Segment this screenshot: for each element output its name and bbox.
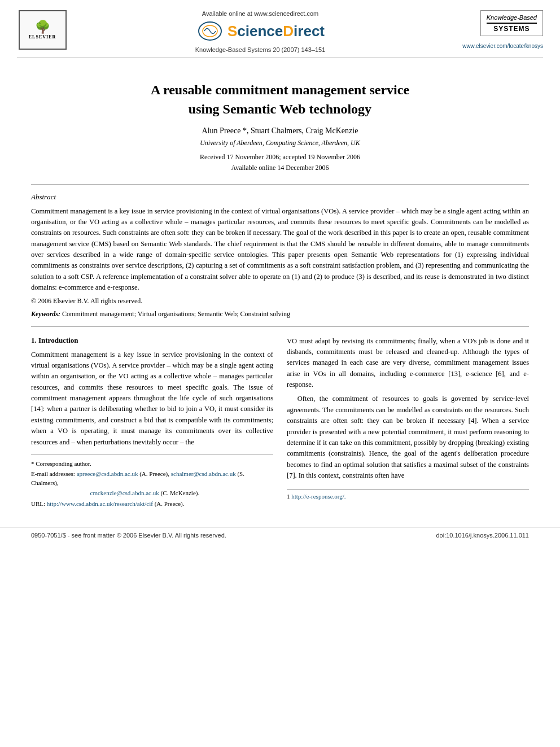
section1-body-left: Commitment management is a key issue in … [31,350,273,448]
email-label: E-mail addresses: [31,470,75,477]
section1-heading: 1. Introduction [31,336,273,345]
journal-brand-subtitle: SYSTEMS [487,23,537,33]
footnote1-num: 1 [287,493,290,500]
right-col-footnote: 1 http://e-response.org/. [287,489,529,500]
url-link[interactable]: http://www.csd.abdn.ac.uk/research/akt/c… [47,500,153,507]
keywords-line: Keywords: Commitment management; Virtual… [31,310,529,318]
keywords-label: Keywords: [31,310,60,318]
available-date: Available online 14 December 2006 [231,164,329,172]
affiliation: University of Aberdeen, Computing Scienc… [31,139,529,147]
abstract-heading: Abstract [31,193,529,202]
journal-website: www.elsevier.com/locate/knosys [462,43,543,49]
section1-number: 1. [31,336,38,344]
email2-link[interactable]: schalmer@csd.abdn.ac.uk [171,470,236,477]
section1-body-right: VO must adapt by revising its commitment… [287,336,529,482]
sciencedirect-logo: ScienceDirect [196,20,325,42]
footer-issn: 0950-7051/$ - see front matter © 2006 El… [31,532,226,539]
section1-para2: Often, the commitment of resources to go… [287,394,529,481]
abstract-section: Abstract Commitment management is a key … [31,193,529,318]
title-line1: A reusable commitment management service [151,82,409,97]
page: 🌳 ELSEVIER Available online at www.scien… [0,0,560,747]
available-online-text: Available online at www.sciencedirect.co… [202,10,318,17]
abstract-text: Commitment management is a key issue in … [31,206,529,294]
authors: Alun Preece *, Stuart Chalmers, Craig Mc… [31,126,529,136]
title-line2: using Semantic Web technology [189,102,371,116]
abstract-divider-top [31,184,529,185]
sd-icon [196,20,224,42]
email1-name: (A. Preece), [139,470,169,477]
two-column-layout: 1. Introduction Commitment management is… [31,336,529,510]
received-date: Received 17 November 2006; accepted 19 N… [200,153,360,161]
journal-brand-box: Knowledge-Based SYSTEMS [480,10,543,36]
journal-brand-title: Knowledge-Based [487,14,537,21]
center-header: Available online at www.sciencedirect.co… [79,10,441,53]
dates: Received 17 November 2006; accepted 19 N… [31,152,529,173]
email3-name: (C. McKenzie). [160,490,199,496]
footnote-emails: E-mail addresses: apreece@csd.abdn.ac.uk… [31,470,273,487]
right-header: Knowledge-Based SYSTEMS www.elsevier.com… [453,10,543,49]
header: 🌳 ELSEVIER Available online at www.scien… [0,0,560,58]
keywords-values: Commitment management; Virtual organisat… [62,310,290,318]
elsevier-label: ELSEVIER [29,34,56,40]
left-column: 1. Introduction Commitment management is… [31,336,273,510]
bottom-footer: 0950-7051/$ - see front matter © 2006 El… [0,527,560,543]
footnote-url: URL: http://www.csd.abdn.ac.uk/research/… [31,500,273,508]
email1-link[interactable]: apreece@csd.abdn.ac.uk [77,470,138,477]
journal-info-center: Knowledge-Based Systems 20 (2007) 143–15… [195,46,326,53]
sd-svg-icon [196,20,224,42]
section1-para-continued: VO must adapt by revising its commitment… [287,336,529,391]
article-title: A reusable commitment management service… [31,81,529,119]
elsevier-tree-icon: 🌳 [35,21,50,33]
url-name: (A. Preece). [155,500,185,507]
right-column: VO must adapt by revising its commitment… [287,336,529,510]
corresponding-label: * Corresponding author. [31,460,91,467]
email3-spacer [31,490,89,496]
content-divider [31,326,529,327]
sciencedirect-text: ScienceDirect [228,23,325,40]
elsevier-logo-box: 🌳 ELSEVIER [19,10,67,50]
footer-doi: doi:10.1016/j.knosys.2006.11.011 [436,532,529,539]
left-footnotes: * Corresponding author. E-mail addresses… [31,455,273,508]
footnote1-url[interactable]: http://e-response.org/. [291,493,345,500]
url-label: URL: [31,500,45,507]
footnote-email3: cmckenzie@csd.abdn.ac.uk (C. McKenzie). [31,489,273,497]
copyright-line: © 2006 Elsevier B.V. All rights reserved… [31,297,529,305]
section1-title: Introduction [38,336,78,344]
section1-para1: Commitment management is a key issue in … [31,350,273,448]
footnote-corresponding: * Corresponding author. [31,460,273,468]
elsevier-logo: 🌳 ELSEVIER [17,10,68,50]
main-content: A reusable commitment management service… [0,58,560,521]
email3-link[interactable]: cmckenzie@csd.abdn.ac.uk [90,490,159,496]
article-title-section: A reusable commitment management service… [31,81,529,174]
